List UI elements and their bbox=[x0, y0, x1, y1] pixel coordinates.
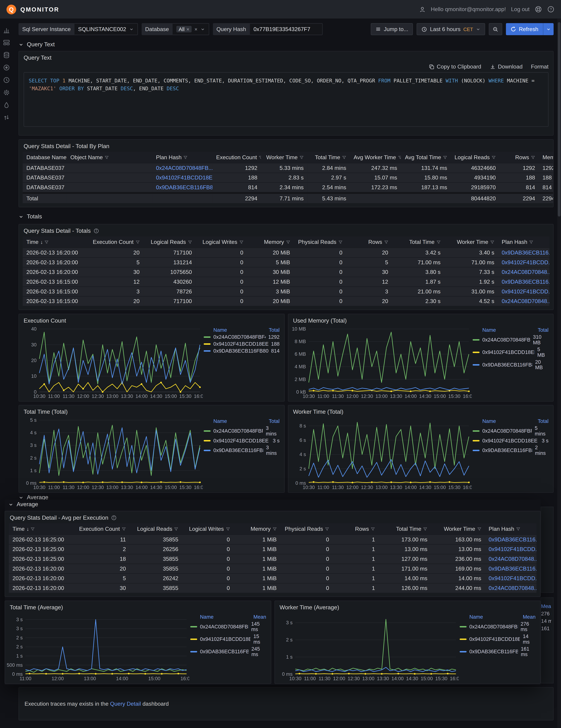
sort-desc-icon[interactable]: ↓ bbox=[40, 239, 43, 245]
filter-icon[interactable] bbox=[44, 240, 48, 244]
sql-code[interactable]: SELECT TOP 1 MACHINE, START_DATE, END_DA… bbox=[24, 72, 548, 127]
download-button[interactable]: Download bbox=[490, 63, 523, 70]
legend-item[interactable]: 0x94102F41BCDD18EE14 ms bbox=[460, 633, 536, 645]
filter-icon[interactable] bbox=[492, 156, 496, 160]
column-header[interactable]: Rows bbox=[499, 152, 539, 163]
legend-item[interactable]: 0x9DAB36ECB116FB80814 bbox=[204, 348, 279, 354]
column-header[interactable]: Rows bbox=[346, 236, 392, 248]
column-header[interactable]: Logical Reads bbox=[451, 152, 499, 163]
plan-hash-link[interactable]: 0x24AC08D70848... bbox=[502, 269, 549, 275]
table-row[interactable]: 2026-02-13 16:15:0037872603 MiB0321.00 m… bbox=[23, 286, 549, 296]
table-row[interactable]: 2026-02-13 16:25:00183585501 MiB01127.00… bbox=[9, 554, 536, 564]
query-detail-link[interactable]: Query Detail bbox=[110, 700, 141, 707]
table-row[interactable]: 2026-02-13 16:20:00513121405 MiB0571.00 … bbox=[23, 257, 549, 267]
filter-icon[interactable] bbox=[30, 527, 35, 531]
column-header[interactable]: Worker Time bbox=[431, 523, 485, 534]
legend-item[interactable]: 0x24AC08D70848FBF41292 bbox=[204, 334, 279, 340]
plan-hash-link[interactable]: 0x24AC08D70848FB... bbox=[156, 165, 212, 171]
legend-item[interactable]: 0x94102F41BCDD18EE3 s bbox=[204, 438, 279, 443]
filter-icon[interactable] bbox=[183, 156, 188, 160]
table-row[interactable]: 2026-02-13 16:20:00203585501 MiB01171.00… bbox=[9, 564, 536, 573]
table-row[interactable]: DATABASE0370x94102F41BCDD18EE1882.83 s2.… bbox=[23, 173, 553, 182]
column-header[interactable]: Plan Hash bbox=[152, 152, 212, 163]
history-icon[interactable] bbox=[3, 76, 10, 84]
column-header[interactable]: Memory bbox=[539, 152, 553, 163]
legend-item[interactable]: 0x94102F41BCDD18EE3 s bbox=[473, 438, 549, 443]
format-button[interactable]: Format bbox=[531, 63, 549, 70]
copy-to-clipboard-button[interactable]: Copy to Clipboard bbox=[428, 63, 481, 70]
filter-icon[interactable] bbox=[286, 240, 290, 244]
legend-item[interactable]: 0x9DAB36ECB116FB803 mins bbox=[204, 445, 279, 456]
column-header[interactable]: Avg Total Time bbox=[401, 152, 451, 163]
column-header[interactable]: Physical Reads bbox=[294, 236, 346, 248]
column-header[interactable]: Object Name bbox=[67, 152, 152, 163]
filter-icon[interactable] bbox=[225, 527, 230, 531]
legend-value-header[interactable]: Total bbox=[538, 418, 549, 424]
table-row[interactable]: 2026-02-13 16:20:0020717100020 MiB0203.4… bbox=[23, 248, 549, 257]
table-row[interactable]: 2026-02-13 16:20:00301075650030 MiB0303.… bbox=[23, 267, 549, 277]
swap-icon[interactable] bbox=[3, 114, 10, 121]
filter-icon[interactable] bbox=[371, 527, 375, 531]
column-header[interactable]: Worker Time bbox=[444, 236, 498, 248]
plan-hash-link[interactable]: 0x94102F41BCDD... bbox=[489, 575, 536, 582]
column-header[interactable]: Time↓ bbox=[9, 523, 70, 534]
scrollbar-thumb[interactable] bbox=[558, 22, 561, 216]
legend-value-header[interactable]: Total bbox=[269, 327, 279, 333]
legend-item[interactable]: 0x24AC08D70848FBF43 mins bbox=[204, 425, 279, 436]
plan-hash-link[interactable]: 0x9DAB36ECB116... bbox=[502, 249, 549, 256]
plan-hash-link[interactable]: 0x94102F41BCDD18EE bbox=[156, 174, 212, 181]
plan-hash-link[interactable]: 0x94102F41BCDD... bbox=[502, 259, 549, 266]
filter-icon[interactable] bbox=[239, 240, 243, 244]
plan-hash-link[interactable]: 0x9DAB36ECB116... bbox=[489, 536, 536, 543]
legend-item[interactable]: 0x94102F41BCDD18EE15 ms bbox=[190, 633, 266, 645]
section-average-overlay[interactable]: Average bbox=[8, 501, 541, 508]
column-header[interactable]: Logical Writes bbox=[182, 523, 233, 534]
used-memory-chart[interactable]: 10 MB8 MB6 MB4 MB2 MB0 kB10:3011:0011:30… bbox=[289, 326, 472, 400]
filter-icon[interactable] bbox=[259, 156, 261, 160]
legend-item[interactable]: 0x94102F41BCDD18EE188 bbox=[204, 341, 279, 347]
column-header[interactable]: Rows bbox=[333, 523, 379, 534]
plan-hash-link[interactable]: 0x9DAB36ECB116... bbox=[489, 565, 536, 572]
dashboards-icon[interactable] bbox=[3, 39, 10, 46]
filter-icon[interactable] bbox=[477, 527, 481, 531]
filter-icon[interactable] bbox=[342, 156, 346, 160]
filter-icon[interactable] bbox=[529, 240, 533, 244]
plan-hash-link[interactable]: 0x24AC08D70848... bbox=[489, 585, 536, 591]
legend-value-header[interactable]: Total bbox=[538, 327, 549, 333]
settings-icon[interactable] bbox=[3, 89, 10, 96]
plan-hash-link[interactable]: 0x9DAB36ECB116FB80 bbox=[156, 184, 212, 191]
filter-icon[interactable] bbox=[325, 527, 329, 531]
table-row[interactable]: 2026-02-13 16:20:00303585501 MiB01126.00… bbox=[9, 583, 536, 593]
help-icon[interactable]: ? bbox=[547, 6, 554, 13]
legend-item[interactable]: 0x24AC08D70848FBF45 mins bbox=[473, 425, 549, 436]
filter-icon[interactable] bbox=[338, 240, 343, 244]
column-header[interactable]: Total Time bbox=[379, 523, 431, 534]
table-row[interactable]: 2026-02-13 16:25:0022625601 MiB0113.00 m… bbox=[9, 544, 536, 554]
filter-icon[interactable] bbox=[490, 240, 494, 244]
logout-link[interactable]: Log out bbox=[511, 6, 529, 13]
column-header[interactable]: Physical Reads bbox=[280, 523, 333, 534]
legend-name-header[interactable]: Name bbox=[469, 614, 483, 620]
legend-item[interactable]: 0x9DAB36ECB116FB80161 ms bbox=[460, 646, 536, 657]
legend-item[interactable]: 0x24AC08D70848FBF4145 ms bbox=[190, 621, 266, 632]
filter-icon[interactable] bbox=[443, 156, 447, 160]
support-icon[interactable] bbox=[535, 6, 542, 13]
legend-value-header[interactable]: Mean bbox=[523, 614, 536, 620]
column-header[interactable]: Plan Hash bbox=[498, 236, 549, 248]
worker-time-average-chart[interactable]: 3 s2 s1 s0 ms10:3011:0011:3012:0012:3013… bbox=[276, 613, 459, 682]
sort-desc-icon[interactable]: ↓ bbox=[26, 526, 29, 532]
legend-name-header[interactable]: Name bbox=[213, 418, 227, 424]
legend-name-header[interactable]: Name bbox=[482, 418, 496, 424]
plan-hash-link[interactable]: 0x24AC08D70848... bbox=[502, 298, 549, 305]
column-header[interactable]: Avg Worker Time bbox=[350, 152, 401, 163]
legend-item[interactable]: 0x9DAB36ECB116FB802 mins bbox=[473, 445, 549, 456]
column-header[interactable]: Execution Count bbox=[83, 236, 143, 248]
legend-item[interactable]: 0x9DAB36ECB116FB8020 MB bbox=[473, 359, 549, 370]
legend-name-header[interactable]: Name bbox=[482, 327, 496, 333]
column-header[interactable]: Total Time bbox=[307, 152, 350, 163]
legend-item[interactable]: 0x24AC08D70848FBF4276 ms bbox=[460, 621, 536, 632]
column-header[interactable]: Worker Time bbox=[261, 152, 308, 163]
column-header[interactable]: Total Time bbox=[392, 236, 444, 248]
column-header[interactable]: Memory bbox=[247, 236, 294, 248]
legend-name-header[interactable]: Name bbox=[213, 327, 227, 333]
